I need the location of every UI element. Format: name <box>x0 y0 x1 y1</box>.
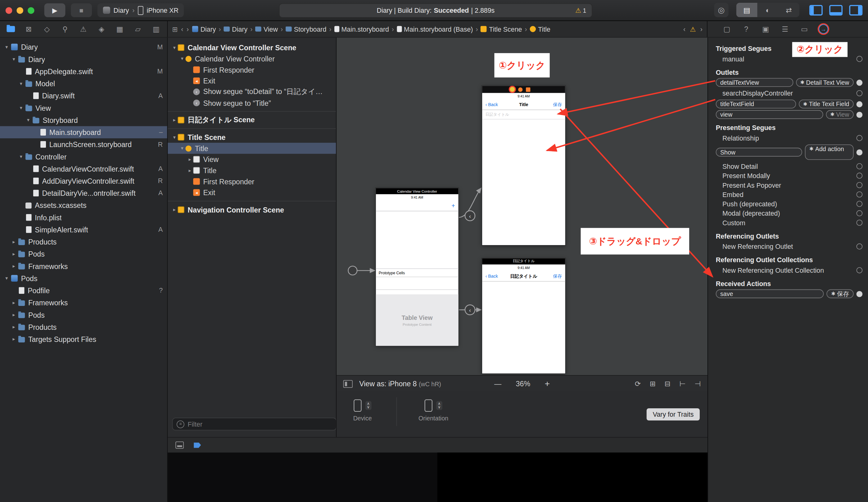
connection-source-pill[interactable]: Show <box>716 148 802 157</box>
navigator-item-appdelegate-swift[interactable]: AppDelegate.swiftM <box>0 65 167 77</box>
connection-well-icon[interactable] <box>857 101 863 107</box>
connection-well-icon[interactable] <box>857 111 863 118</box>
storyboard-canvas[interactable]: ‹ ‹ Calendar View Controller 9:41 AM + P… <box>337 38 707 375</box>
inspector-row-searchdisplaycontroller[interactable]: searchDisplayController <box>716 88 863 98</box>
embed-in-stack-icon[interactable]: ⊞ <box>650 379 656 388</box>
connection-well-icon[interactable] <box>857 291 863 297</box>
stop-button[interactable]: ■ <box>71 3 92 17</box>
title-view-controller-card[interactable]: 9:41 AM Title ‹Back 保存 日記タイトル <box>482 86 565 245</box>
attributes-inspector-icon[interactable]: ☰ <box>780 24 790 34</box>
vary-for-traits-button[interactable]: Vary for Traits <box>647 408 700 420</box>
connection-well-icon[interactable] <box>857 243 863 250</box>
orientation-stepper[interactable]: ∧∨ <box>436 401 442 410</box>
disclosure-closed-icon[interactable]: ▸ <box>187 168 193 173</box>
outline-item-calendar-view-controller-scene[interactable]: ▾Calendar View Controller Scene <box>168 42 336 53</box>
title-text-field[interactable]: 日記タイトル <box>482 110 565 119</box>
connection-source-pill[interactable]: view <box>716 110 823 119</box>
connection-well-icon[interactable] <box>857 90 863 96</box>
navigator-item-simplealert-swift[interactable]: SimpleAlert.swiftA <box>0 223 167 236</box>
navigator-item-info-plist[interactable]: Info.plist <box>0 211 167 223</box>
stepper-down-icon[interactable]: ∨ <box>367 406 370 409</box>
back-button[interactable]: ‹Back <box>486 102 498 107</box>
scene-title-bar[interactable]: 日記タイトル <box>482 259 565 265</box>
disclosure-open-icon[interactable]: ▾ <box>179 56 185 61</box>
go-back-icon[interactable]: ‹ <box>181 25 183 33</box>
breadcrumb-item-main-storyboard[interactable]: Main.storyboard <box>334 25 389 33</box>
breadcrumb-item-diary[interactable]: Diary <box>224 25 248 33</box>
connection-well-icon[interactable] <box>857 135 863 141</box>
quick-help-inspector-icon[interactable]: ? <box>741 24 751 34</box>
close-window-icon[interactable] <box>6 7 12 13</box>
project-navigator-icon[interactable] <box>7 26 15 32</box>
prototype-cell[interactable] <box>376 277 458 290</box>
inspector-row-push-deprecated[interactable]: Push (deprecated) <box>716 199 863 209</box>
navigator-panel-icon[interactable] <box>809 5 823 15</box>
navigator-item-frameworks[interactable]: ▸Frameworks <box>0 296 167 309</box>
disclosure-closed-icon[interactable]: ▸ <box>11 312 17 318</box>
inspector-row-modal-deprecated[interactable]: Modal (deprecated) <box>716 209 863 218</box>
version-editor-icon[interactable]: ⇄ <box>778 3 799 17</box>
connection-well-icon[interactable] <box>857 56 863 62</box>
breakpoint-navigator-icon[interactable]: ▱ <box>134 25 143 33</box>
outline-item-calendar-view-controller[interactable]: ▾Calendar View Controller <box>168 53 336 64</box>
assistant-editor-icon[interactable]: ◐ <box>757 3 778 17</box>
connection-source-pill[interactable]: detailTextView <box>716 78 793 87</box>
outline-item-navigation-controller-scene[interactable]: ▸Navigation Controller Scene <box>168 204 336 215</box>
inspector-row-new-referencing-outlet[interactable]: New Referencing Outlet <box>716 242 863 251</box>
navigator-item-launchscreen-storyboard[interactable]: LaunchScreen.storyboardR <box>0 138 167 150</box>
test-navigator-icon[interactable]: ◈ <box>97 25 106 33</box>
disclosure-open-icon[interactable]: ▾ <box>179 146 185 151</box>
outline-item-first-responder[interactable]: First Responder <box>168 64 336 75</box>
connection-well-icon[interactable] <box>857 267 863 273</box>
outline-item-show-segue-to-title[interactable]: ‹Show segue to “Title” <box>168 97 336 108</box>
navigator-item-main-storyboard[interactable]: Main.storyboard– <box>0 126 167 138</box>
device-bar-toggle-icon[interactable] <box>343 380 353 387</box>
device-picker[interactable]: ∧∨ Device <box>353 399 372 421</box>
navigator-item-pods[interactable]: ▾Pods <box>0 272 167 284</box>
standard-editor-icon[interactable]: ▤ <box>736 3 757 17</box>
save-bar-button[interactable]: 保存 <box>553 102 562 108</box>
inspector-row-present-as-popover[interactable]: Present As Popover <box>716 180 863 190</box>
connection-well-icon[interactable] <box>857 201 863 207</box>
navigator-item-podfile[interactable]: Podfile? <box>0 284 167 296</box>
connection-well-icon[interactable] <box>857 172 863 179</box>
outline-item-view[interactable]: ▸View <box>168 154 336 165</box>
connection-source-pill[interactable]: save <box>716 290 824 299</box>
outline-item-exit[interactable]: ◂Exit <box>168 187 336 198</box>
inspector-row-show-detail[interactable]: Show Detail <box>716 161 863 171</box>
back-button[interactable]: ‹Back <box>486 274 498 279</box>
disclosure-open-icon[interactable]: ▾ <box>11 56 17 62</box>
zoom-out-button[interactable]: — <box>494 379 502 388</box>
disclosure-closed-icon[interactable]: ▸ <box>171 117 178 123</box>
previous-issue-icon[interactable]: ‹ <box>683 25 685 33</box>
navigator-item-diary[interactable]: ▾DiaryM <box>0 41 167 53</box>
source-control-navigator-icon[interactable]: ⊠ <box>24 25 33 33</box>
disclosure-closed-icon[interactable]: ▸ <box>187 157 193 162</box>
outline-item-title-scene[interactable]: ▾Title Scene <box>168 132 336 143</box>
identity-inspector-icon[interactable]: ▣ <box>761 24 771 34</box>
outline-item-title[interactable]: ▾Title <box>168 143 336 154</box>
scheme-selector[interactable]: Diary › iPhone XR <box>97 3 184 17</box>
navigator-item-detaildairyvie-ontroller-swift[interactable]: DetailDairyVie...ontroller.swiftA <box>0 187 167 199</box>
disclosure-closed-icon[interactable]: ▸ <box>11 300 17 305</box>
inspector-row-manual[interactable]: manual <box>716 54 863 64</box>
disclosure-open-icon[interactable]: ▾ <box>18 81 24 86</box>
find-navigator-icon[interactable]: ⚲ <box>61 25 70 33</box>
inspector-panel-icon[interactable] <box>849 5 862 15</box>
inspector-row-new-referencing-outlet-collection[interactable]: New Referencing Outlet Collection <box>716 265 863 275</box>
size-inspector-icon[interactable]: ▭ <box>799 24 809 34</box>
outline-item-日記タイトル-scene[interactable]: ▸日記タイトル Scene <box>168 115 336 126</box>
disclosure-open-icon[interactable]: ▾ <box>3 275 10 281</box>
save-bar-button[interactable]: 保存 <box>553 273 562 279</box>
navigator-item-products[interactable]: ▸Products <box>0 321 167 333</box>
outline-filter-field[interactable]: ≡ Filter <box>172 418 337 430</box>
connection-target-pill[interactable]: ✱View <box>826 110 854 119</box>
connection-well-icon[interactable] <box>857 149 863 155</box>
navigator-item-pods[interactable]: ▸Pods <box>0 248 167 260</box>
outline-item-show-segue-todetail-to-日記タイ[interactable]: ‹Show segue “toDetail” to “日記タイ… <box>168 86 336 97</box>
breadcrumb-item-main-storyboard-base[interactable]: Main.storyboard (Base) <box>397 25 473 33</box>
zoom-in-button[interactable]: + <box>545 379 550 389</box>
connection-target-pill[interactable]: ✱Title Texit Field <box>799 100 854 108</box>
device-stepper[interactable]: ∧∨ <box>365 401 371 410</box>
add-bar-button[interactable]: + <box>451 202 455 209</box>
